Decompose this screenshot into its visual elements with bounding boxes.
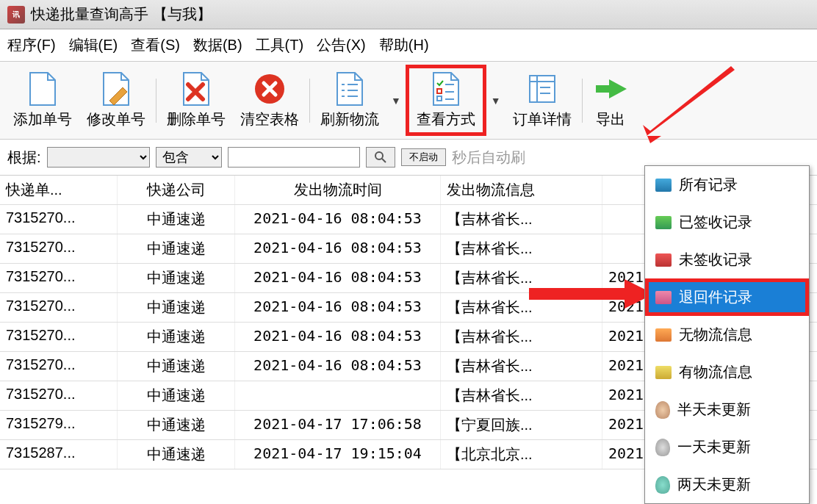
search-icon bbox=[374, 151, 387, 164]
filter-value-input[interactable] bbox=[228, 147, 360, 168]
details-icon bbox=[525, 71, 560, 107]
toolbar: 添加单号 修改单号 删除单号 清空表格 刷新物流 ▼ 查看方式 ▼ bbox=[0, 62, 817, 140]
delete-icon bbox=[179, 71, 214, 107]
dropdown-item[interactable]: 一天未更新 bbox=[645, 428, 809, 466]
window-title: 快递批量查询高手 【与我】 bbox=[31, 4, 212, 24]
flag-icon bbox=[655, 179, 672, 192]
dropdown-arrow-icon[interactable]: ▼ bbox=[386, 95, 406, 107]
dropdown-item[interactable]: 退回件记录 bbox=[645, 278, 809, 316]
menu-notice[interactable]: 公告(X) bbox=[317, 35, 366, 55]
flag-icon bbox=[655, 291, 672, 304]
filter-label: 根据: bbox=[7, 148, 41, 168]
flag-icon bbox=[655, 216, 672, 229]
flag-icon bbox=[655, 439, 670, 456]
dropdown-item[interactable]: 有物流信息 bbox=[645, 353, 809, 391]
export-arrow-icon bbox=[593, 71, 628, 107]
refresh-button[interactable]: 刷新物流 bbox=[313, 68, 386, 132]
viewmode-button[interactable]: 查看方式 bbox=[406, 65, 486, 136]
col-time[interactable]: 发出物流时间 bbox=[235, 176, 441, 204]
svg-point-4 bbox=[375, 152, 383, 159]
dropdown-item[interactable]: 两天未更新 bbox=[645, 466, 809, 503]
menu-view[interactable]: 查看(S) bbox=[131, 35, 180, 55]
checklist-icon bbox=[428, 71, 464, 107]
add-button[interactable]: 添加单号 bbox=[6, 68, 79, 132]
list-icon bbox=[332, 71, 367, 107]
titlebar: 讯 快递批量查询高手 【与我】 bbox=[0, 0, 817, 29]
edit-icon bbox=[98, 71, 134, 107]
flag-icon bbox=[655, 476, 670, 494]
col-tracking-no[interactable]: 快递单... bbox=[0, 176, 118, 204]
flag-icon bbox=[655, 401, 670, 419]
menu-edit[interactable]: 编辑(E) bbox=[69, 35, 118, 55]
dropdown-item[interactable]: 无物流信息 bbox=[645, 316, 809, 353]
col-company[interactable]: 快递公司 bbox=[118, 176, 235, 204]
menu-data[interactable]: 数据(B) bbox=[193, 35, 242, 55]
svg-rect-3 bbox=[530, 76, 555, 102]
flag-icon bbox=[655, 366, 672, 379]
app-icon: 讯 bbox=[7, 6, 25, 24]
search-button[interactable] bbox=[366, 147, 395, 168]
clear-button[interactable]: 清空表格 bbox=[233, 68, 306, 132]
separator bbox=[156, 79, 156, 123]
dropdown-arrow-icon[interactable]: ▼ bbox=[486, 95, 505, 107]
viewmode-dropdown: 所有记录已签收记录未签收记录退回件记录无物流信息有物流信息半天未更新一天未更新两… bbox=[644, 165, 810, 504]
filter-field-select[interactable] bbox=[47, 147, 150, 168]
clear-icon bbox=[252, 71, 287, 107]
dropdown-item[interactable]: 所有记录 bbox=[645, 166, 809, 204]
auto-refresh-label: 秒后自动刷 bbox=[452, 148, 525, 168]
modify-button[interactable]: 修改单号 bbox=[79, 68, 153, 132]
separator bbox=[309, 79, 310, 123]
flag-icon bbox=[655, 328, 672, 342]
menu-tools[interactable]: 工具(T) bbox=[256, 35, 304, 55]
document-icon bbox=[25, 71, 60, 107]
dropdown-item[interactable]: 已签收记录 bbox=[645, 204, 809, 241]
dropdown-item[interactable]: 半天未更新 bbox=[645, 391, 809, 428]
filter-operator-select[interactable]: 包含 bbox=[156, 147, 222, 168]
col-info[interactable]: 发出物流信息 bbox=[441, 176, 602, 204]
details-button[interactable]: 订单详情 bbox=[505, 68, 579, 132]
flag-icon bbox=[655, 253, 672, 267]
export-button[interactable]: 导出 bbox=[586, 68, 636, 132]
menu-help[interactable]: 帮助(H) bbox=[379, 35, 429, 55]
menu-program[interactable]: 程序(F) bbox=[7, 35, 56, 55]
disable-button[interactable]: 不启动 bbox=[401, 148, 446, 166]
separator bbox=[582, 79, 583, 123]
menubar: 程序(F) 编辑(E) 查看(S) 数据(B) 工具(T) 公告(X) 帮助(H… bbox=[0, 29, 817, 62]
dropdown-item[interactable]: 未签收记录 bbox=[645, 241, 809, 278]
delete-button[interactable]: 删除单号 bbox=[159, 68, 233, 132]
